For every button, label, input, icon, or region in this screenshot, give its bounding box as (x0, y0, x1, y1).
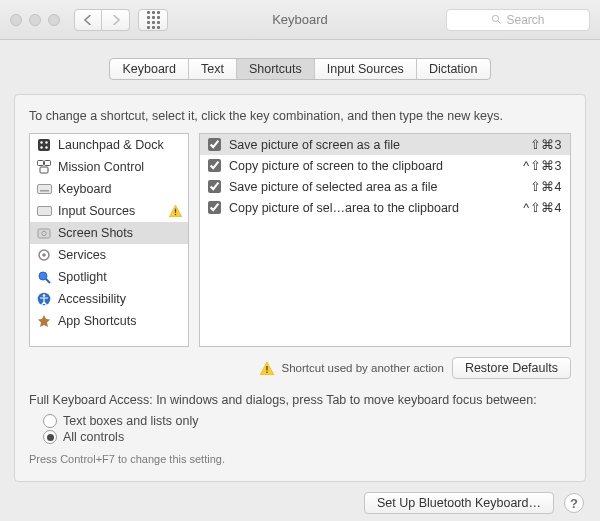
svg-point-5 (40, 146, 42, 148)
svg-point-22 (43, 294, 46, 297)
shortcut-row[interactable]: Save picture of screen as a file⇧⌘3 (200, 134, 570, 155)
instructions: To change a shortcut, select it, click t… (29, 109, 571, 123)
input-sources-icon (36, 203, 52, 219)
search-icon (491, 14, 502, 25)
mission-control-icon (36, 159, 52, 175)
sidebar-item-label: Launchpad & Dock (58, 138, 164, 152)
svg-rect-10 (37, 185, 51, 194)
window-controls (10, 14, 60, 26)
svg-rect-9 (40, 167, 48, 173)
forward-button[interactable] (102, 9, 130, 31)
svg-rect-14 (175, 214, 176, 215)
svg-point-19 (39, 272, 47, 280)
shortcut-checkbox[interactable] (208, 159, 221, 172)
fka-prompt: Full Keyboard Access: In windows and dia… (29, 393, 571, 407)
svg-rect-12 (37, 207, 51, 216)
sidebar-item-mission-control[interactable]: Mission Control (30, 156, 188, 178)
setup-bluetooth-button[interactable]: Set Up Bluetooth Keyboard… (364, 492, 554, 514)
tab-shortcuts[interactable]: Shortcuts (237, 59, 315, 79)
svg-point-3 (40, 141, 42, 143)
warning-icon (169, 205, 182, 217)
launchpad-icon (36, 137, 52, 153)
help-button[interactable]: ? (564, 493, 584, 513)
sidebar-item-accessibility[interactable]: Accessibility (30, 288, 188, 310)
fka-option[interactable]: Text boxes and lists only (43, 413, 571, 429)
zoom-window-button[interactable] (48, 14, 60, 26)
sidebar-item-launchpad-dock[interactable]: Launchpad & Dock (30, 134, 188, 156)
sidebar-item-label: Keyboard (58, 182, 112, 196)
sidebar-item-label: Mission Control (58, 160, 144, 174)
svg-rect-11 (40, 190, 49, 192)
shortcut-label: Copy picture of sel…area to the clipboar… (229, 201, 515, 215)
sidebar-item-label: Screen Shots (58, 226, 133, 240)
shortcuts-panel: To change a shortcut, select it, click t… (14, 94, 586, 482)
svg-rect-13 (175, 209, 176, 213)
shortcut-keys[interactable]: ⇧⌘3 (530, 137, 562, 152)
category-list[interactable]: Launchpad & DockMission ControlKeyboardI… (29, 133, 189, 347)
sidebar-item-input-sources[interactable]: Input Sources (30, 200, 188, 222)
radio-button[interactable] (43, 414, 57, 428)
warning-icon (260, 362, 274, 375)
radio-button[interactable] (43, 430, 57, 444)
tab-keyboard[interactable]: Keyboard (110, 59, 189, 79)
shortcut-checkbox[interactable] (208, 201, 221, 214)
grid-icon (147, 11, 160, 29)
sidebar-item-spotlight[interactable]: Spotlight (30, 266, 188, 288)
shortcut-row[interactable]: Copy picture of screen to the clipboard^… (200, 155, 570, 176)
shortcut-keys[interactable]: ^⇧⌘3 (523, 158, 562, 173)
svg-rect-23 (266, 366, 267, 371)
fka-option[interactable]: All controls (43, 429, 571, 445)
titlebar: Keyboard Search (0, 0, 600, 40)
sidebar-item-services[interactable]: Services (30, 244, 188, 266)
svg-point-6 (45, 146, 47, 148)
svg-rect-24 (266, 371, 267, 372)
nav-buttons (74, 9, 130, 31)
app-shortcuts-icon (36, 313, 52, 329)
spotlight-icon (36, 269, 52, 285)
tab-bar: KeyboardTextShortcutsInput SourcesDictat… (109, 58, 490, 80)
sidebar-item-label: Spotlight (58, 270, 107, 284)
shortcut-keys[interactable]: ^⇧⌘4 (523, 200, 562, 215)
svg-point-0 (493, 15, 499, 21)
shortcut-row[interactable]: Copy picture of sel…area to the clipboar… (200, 197, 570, 218)
back-button[interactable] (74, 9, 102, 31)
screenshot-icon (36, 225, 52, 241)
sidebar-item-label: Services (58, 248, 106, 262)
search-placeholder: Search (506, 13, 544, 27)
shortcut-list[interactable]: Save picture of screen as a file⇧⌘3Copy … (199, 133, 571, 347)
shortcut-keys[interactable]: ⇧⌘4 (530, 179, 562, 194)
shortcut-checkbox[interactable] (208, 180, 221, 193)
search-input[interactable]: Search (446, 9, 590, 31)
show-all-button[interactable] (138, 9, 168, 31)
sidebar-item-keyboard[interactable]: Keyboard (30, 178, 188, 200)
sidebar-item-app-shortcuts[interactable]: App Shortcuts (30, 310, 188, 332)
tab-input-sources[interactable]: Input Sources (315, 59, 417, 79)
sidebar-item-label: Accessibility (58, 292, 126, 306)
shortcut-label: Save picture of screen as a file (229, 138, 522, 152)
tab-dictation[interactable]: Dictation (417, 59, 490, 79)
tab-text[interactable]: Text (189, 59, 237, 79)
shortcut-label: Copy picture of screen to the clipboard (229, 159, 515, 173)
minimize-window-button[interactable] (29, 14, 41, 26)
shortcut-label: Save picture of selected area as a file (229, 180, 522, 194)
radio-label: Text boxes and lists only (63, 414, 199, 428)
shortcut-checkbox[interactable] (208, 138, 221, 151)
svg-point-18 (42, 253, 46, 257)
accessibility-icon (36, 291, 52, 307)
svg-point-4 (45, 141, 47, 143)
sidebar-item-label: App Shortcuts (58, 314, 137, 328)
conflict-notice: Shortcut used by another action (282, 362, 444, 374)
keyboard-icon (36, 181, 52, 197)
svg-line-20 (46, 279, 50, 283)
radio-label: All controls (63, 430, 124, 444)
restore-defaults-button[interactable]: Restore Defaults (452, 357, 571, 379)
sidebar-item-screen-shots[interactable]: Screen Shots (30, 222, 188, 244)
shortcut-row[interactable]: Save picture of selected area as a file⇧… (200, 176, 570, 197)
svg-rect-7 (38, 161, 44, 166)
svg-rect-8 (45, 161, 51, 166)
sidebar-item-label: Input Sources (58, 204, 135, 218)
close-window-button[interactable] (10, 14, 22, 26)
services-icon (36, 247, 52, 263)
fka-radio-group: Text boxes and lists onlyAll controls (43, 413, 571, 445)
svg-line-1 (498, 21, 501, 24)
